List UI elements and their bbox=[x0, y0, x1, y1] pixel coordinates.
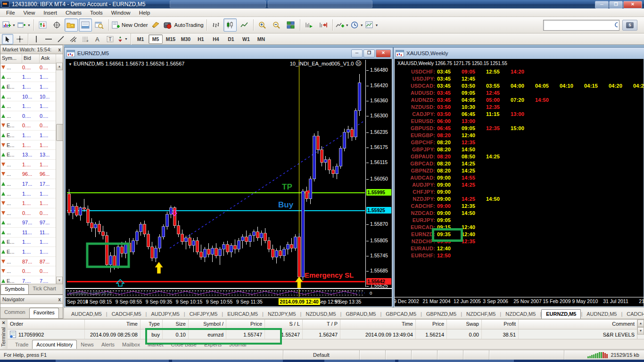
navigator-toggle-button[interactable] bbox=[65, 18, 78, 32]
timeframe-m30[interactable]: M30 bbox=[179, 34, 193, 44]
timeframe-h4[interactable]: H4 bbox=[209, 34, 223, 44]
terminal-column-header[interactable]: Type bbox=[140, 320, 163, 329]
text-box-tool-button[interactable]: T bbox=[104, 34, 116, 44]
timeframe-mn[interactable]: MN bbox=[254, 34, 268, 44]
chart-tab-gbpaud,m5[interactable]: GBPAUD,M5 bbox=[341, 310, 380, 319]
indicators-button[interactable]: ▼ bbox=[335, 18, 349, 32]
templates-button[interactable]: ▼ bbox=[365, 18, 379, 32]
signals-canvas[interactable]: XAUUSD,Weekly 1266.75 1271.75 1250.15 12… bbox=[395, 59, 644, 306]
market-watch-close-icon[interactable]: x bbox=[58, 47, 61, 52]
terminal-column-header[interactable]: Price bbox=[416, 320, 447, 329]
chart-tab-eurnzd,m5[interactable]: EURNZD,M5 bbox=[541, 309, 581, 319]
symbol-row[interactable]: ...0....0.... bbox=[0, 266, 56, 276]
zoom-in-button[interactable] bbox=[256, 18, 269, 32]
zoom-out-button[interactable] bbox=[270, 18, 283, 32]
bar-chart-mode-button[interactable] bbox=[209, 18, 223, 32]
chart-window-titlebar[interactable]: EURNZD,M5 ─ ❐ ✕ bbox=[65, 48, 393, 59]
terminal-column-header[interactable]: Swap bbox=[447, 320, 482, 329]
tab-favorites[interactable]: Favorites bbox=[29, 308, 59, 318]
status-profile[interactable]: Default bbox=[283, 350, 359, 360]
chart-tab-audcad,m5[interactable]: AUDCAD,M5 bbox=[67, 310, 106, 319]
timeframe-m5[interactable]: M5 bbox=[149, 34, 163, 44]
column-header[interactable]: Bid bbox=[22, 54, 40, 63]
menu-file[interactable]: File bbox=[2, 9, 19, 16]
ea-unhappy-icon[interactable]: ☹ bbox=[355, 61, 362, 66]
menu-window[interactable]: Window bbox=[107, 9, 135, 16]
auto-scroll-button[interactable] bbox=[303, 18, 316, 32]
new-chart-button[interactable]: ▼ bbox=[2, 18, 16, 32]
symbol-row[interactable]: ...96...96... bbox=[0, 170, 56, 180]
scroll-up-icon[interactable]: ▲ bbox=[56, 63, 63, 70]
price-plot[interactable]: TPBuyEmergency SL bbox=[67, 60, 365, 287]
symbol-row[interactable]: E...0....0.... bbox=[0, 121, 56, 131]
chart-tab-chfjpy,m5[interactable]: CHFJPY,M5 bbox=[185, 310, 222, 319]
terminal-column-header[interactable]: T / P bbox=[303, 320, 340, 329]
arrows-tool-button[interactable]: ▼ bbox=[116, 34, 128, 44]
app-minimize-button[interactable]: ─ bbox=[595, 1, 609, 8]
terminal-column-header[interactable]: Comment bbox=[519, 320, 637, 329]
chart-shift-button[interactable] bbox=[317, 18, 330, 32]
fibonacci-tool-button[interactable]: F bbox=[80, 34, 91, 44]
timeframe-d1[interactable]: D1 bbox=[224, 34, 238, 44]
chart-tab-eurcad,m5[interactable]: EURCAD,M5 bbox=[223, 310, 262, 319]
scroll-down-icon[interactable]: ▼ bbox=[56, 277, 63, 284]
tab-symbols[interactable]: Symbols bbox=[0, 284, 29, 294]
symbol-row[interactable]: ...0....0.... bbox=[0, 111, 56, 121]
symbol-row[interactable]: ...1....1.... bbox=[0, 160, 56, 170]
terminal-scrollbar[interactable]: ▲ ▼ bbox=[637, 320, 644, 339]
vertical-line-tool-button[interactable] bbox=[31, 34, 42, 44]
timeframe-h1[interactable]: H1 bbox=[194, 34, 208, 44]
trendline-tool-button[interactable] bbox=[55, 34, 66, 44]
terminal-tab-news[interactable]: News bbox=[77, 340, 98, 349]
terminal-tab-trade[interactable]: Trade bbox=[11, 340, 32, 349]
terminal-column-header[interactable]: S / L bbox=[265, 320, 303, 329]
terminal-tab-alerts[interactable]: Alerts bbox=[98, 340, 118, 349]
symbol-row[interactable]: E...1....1.... bbox=[0, 140, 56, 150]
chart-tab-nzdchf,m5[interactable]: NZDCHF,M5 bbox=[462, 310, 500, 319]
history-table-row[interactable]: 1170599022014.09.09 08:25:08buy0.10eurnz… bbox=[8, 329, 637, 340]
symbol-row[interactable]: E...7....7.... bbox=[0, 276, 56, 284]
symbol-row[interactable]: ...0....0.... bbox=[0, 208, 56, 218]
chart-window-titlebar[interactable]: XAUUSD,Weekly bbox=[394, 48, 644, 59]
chart-tab-audjpy,m5[interactable]: AUDJPY,M5 bbox=[147, 310, 183, 319]
terminal-tab-account-history[interactable]: Account History bbox=[32, 340, 77, 349]
symbol-row[interactable]: E...1....1.... bbox=[0, 131, 56, 140]
periods-button[interactable]: ▼ bbox=[350, 18, 364, 32]
chart-close-button[interactable]: ✕ bbox=[376, 49, 391, 58]
symbol-row[interactable]: E...1....1.... bbox=[0, 238, 56, 247]
timeframe-m1[interactable]: M1 bbox=[133, 34, 148, 44]
symbol-row[interactable]: ...1....1.... bbox=[0, 189, 56, 199]
chart-tab-cadchf,m5[interactable]: CADCHF,M5 bbox=[622, 310, 644, 319]
terminal-toggle-button[interactable] bbox=[79, 18, 92, 32]
data-window-button[interactable] bbox=[50, 18, 64, 32]
symbol-row[interactable]: ...87...87... bbox=[0, 257, 56, 267]
timeframe-m15[interactable]: M15 bbox=[164, 34, 178, 44]
cursor-tool-button[interactable] bbox=[2, 34, 13, 44]
symbol-row[interactable]: ...11...11... bbox=[0, 228, 56, 238]
chart-tab-nzdcad,m5[interactable]: NZDCAD,M5 bbox=[501, 310, 540, 319]
chart-tab-gbpcad,m5[interactable]: GBPCAD,M5 bbox=[381, 310, 421, 319]
price-scale[interactable]: 1.564801.564201.563601.563001.562351.561… bbox=[365, 60, 392, 287]
symbol-row[interactable]: ...10...10... bbox=[0, 92, 56, 102]
time-axis[interactable]: 29 Dec 200221 Mar 200412 Jun 20053 Sep 2… bbox=[395, 297, 644, 305]
chart-tab-audnzd,m5[interactable]: AUDNZD,M5 bbox=[582, 310, 621, 319]
menu-view[interactable]: View bbox=[19, 9, 40, 16]
scrollbar-thumb[interactable] bbox=[56, 124, 63, 141]
column-header[interactable]: Sym... bbox=[0, 54, 22, 63]
symbol-row[interactable]: E...13...13... bbox=[0, 150, 56, 160]
tab-tick-chart[interactable]: Tick Chart bbox=[29, 284, 60, 294]
symbol-row[interactable]: ...1....1.... bbox=[0, 198, 56, 208]
notifications-button[interactable]: 5 bbox=[622, 20, 637, 31]
menu-help[interactable]: Help bbox=[135, 9, 155, 16]
profiles-button[interactable]: ▼ bbox=[17, 18, 31, 32]
terminal-column-header[interactable]: Symbol / bbox=[189, 320, 226, 329]
autotrading-button[interactable]: AutoTrading bbox=[163, 18, 204, 32]
symbol-row[interactable]: ...1....1.... bbox=[0, 73, 56, 82]
horizontal-line-tool-button[interactable] bbox=[43, 34, 54, 44]
menu-tools[interactable]: Tools bbox=[86, 9, 107, 16]
terminal-tab-mailbox[interactable]: Mailbox bbox=[118, 340, 144, 349]
line-chart-mode-button[interactable] bbox=[238, 18, 251, 32]
market-watch-scrollbar[interactable]: ▲ ▼ bbox=[56, 63, 63, 284]
menu-charts[interactable]: Charts bbox=[61, 9, 86, 16]
symbol-row[interactable]: E...1....1.... bbox=[0, 82, 56, 92]
